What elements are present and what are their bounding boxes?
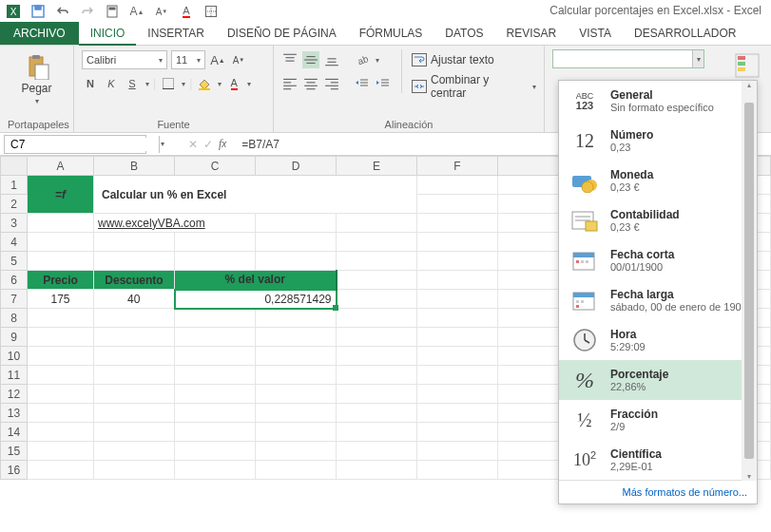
tab-file[interactable]: ARCHIVO [0,22,79,45]
tab-revisar[interactable]: REVISAR [495,22,569,45]
row-header[interactable]: 4 [1,233,28,252]
format-option-fechal[interactable]: Fecha largasábado, 00 de enero de 1900 [559,280,757,320]
format-option-porcentaje[interactable]: %Porcentaje22,86% [559,360,757,400]
row-header[interactable]: 2 [1,195,28,214]
merge-center-button[interactable]: Combinar y centrar ▾ [412,76,536,97]
format-option-contab[interactable]: Contabilidad0,23 € [559,200,757,240]
logo-cell[interactable]: =f [28,176,94,214]
cell[interactable] [28,214,94,233]
tab-insertar[interactable]: INSERTAR [136,22,216,45]
format-option-moneda[interactable]: Moneda0,23 € [559,161,757,200]
tab-desarrollador[interactable]: DESARROLLADOR [623,22,747,45]
table-header[interactable]: Descuento [94,271,175,290]
fx-icon[interactable]: fx [219,137,226,151]
calc-icon[interactable] [105,4,120,19]
tab-vista[interactable]: VISTA [568,22,623,45]
tab-datos[interactable]: DATOS [434,22,494,45]
format-option-hora[interactable]: Hora5:29:09 [559,320,757,360]
svg-rect-60 [586,260,588,263]
format-option-general[interactable]: ABC123GeneralSin formato específico [559,81,757,121]
table-header[interactable]: Precio [28,271,94,290]
align-right-icon[interactable] [323,75,340,92]
number-format-dropdown-button[interactable]: ▾ [692,50,704,67]
align-center-icon[interactable] [302,75,319,92]
wrap-text-button[interactable]: Ajustar texto [412,49,536,70]
col-header[interactable]: B [94,157,175,176]
row-header[interactable]: 1 [1,176,28,195]
paste-button[interactable]: Pegar ▾ [15,49,57,109]
increase-indent-icon[interactable] [375,75,392,92]
number-format-combo[interactable]: ▾ [552,49,704,68]
tab-diseno[interactable]: DISEÑO DE PÁGINA [216,22,348,45]
save-icon[interactable] [30,4,46,19]
format-option-cientifica[interactable]: 102Científica2,29E-01 [559,440,757,480]
cell[interactable] [417,195,498,214]
font-color-button[interactable]: A [225,75,242,92]
tab-formulas[interactable]: FÓRMULAS [348,22,434,45]
row-header[interactable]: 9 [1,328,28,347]
svg-rect-65 [576,305,579,308]
cell-a7[interactable]: 175 [28,290,94,309]
col-header[interactable]: C [175,157,256,176]
row-header[interactable]: 5 [1,252,28,271]
format-option-numero[interactable]: 12Número0,23 [559,121,757,161]
col-header[interactable]: A [28,157,94,176]
row-header[interactable]: 12 [1,385,28,404]
align-top-icon[interactable] [281,51,299,68]
row-header[interactable]: 16 [1,461,28,480]
font-inc-icon[interactable]: A▲ [129,4,145,19]
decrease-font-icon[interactable]: A▼ [230,51,247,68]
row-header[interactable]: 13 [1,404,28,423]
row-header[interactable]: 6 [1,271,28,290]
align-middle-icon[interactable] [302,51,319,68]
cell[interactable] [417,176,498,195]
underline-button[interactable]: S [124,75,141,92]
borders-icon[interactable] [203,4,219,19]
cell-b7[interactable]: 40 [94,290,175,309]
table-header[interactable]: % del valor [175,271,337,290]
link-cell[interactable]: www.excelyVBA.com [94,214,256,233]
format-option-fraccion[interactable]: ½Fracción 2/9 [559,400,757,440]
row-header[interactable]: 10 [1,347,28,366]
row-header[interactable]: 8 [1,309,28,328]
italic-button[interactable]: K [103,75,120,92]
row-header[interactable]: 7 [1,290,28,309]
sheet-title[interactable]: Calcular un % en Excel [94,176,417,214]
number-format-input[interactable] [553,53,692,65]
cond-format-icon[interactable] [735,53,760,78]
excel-icon: X [6,4,21,19]
fill-color-button[interactable] [196,75,213,92]
font-size-combo[interactable]: 11▾ [171,50,205,69]
select-all-corner[interactable] [1,157,28,176]
undo-icon[interactable] [55,4,70,19]
accept-formula-icon[interactable]: ✓ [203,138,213,151]
name-box-input[interactable] [5,138,159,151]
align-left-icon[interactable] [281,75,299,92]
row-header[interactable]: 15 [1,442,28,461]
col-header[interactable]: E [337,157,417,176]
cancel-formula-icon[interactable]: ✕ [188,138,198,151]
more-formats-link[interactable]: Más formatos de número... [559,480,757,504]
dropdown-scrollbar[interactable]: ▴▾ [742,81,757,481]
row-header[interactable]: 11 [1,366,28,385]
cell-c7-selected[interactable]: 0,228571429 [175,290,337,309]
format-option-fechac[interactable]: Fecha corta00/01/1900 [559,240,757,280]
row-header[interactable]: 3 [1,214,28,233]
row-header[interactable]: 14 [1,423,28,442]
borders-button[interactable] [160,75,177,92]
name-box-dropdown[interactable]: ▾ [159,136,164,153]
redo-icon[interactable] [80,4,95,19]
font-dec-icon[interactable]: A▼ [154,4,169,19]
orientation-icon[interactable]: ab [354,51,371,68]
col-header[interactable]: D [256,157,337,176]
col-header[interactable]: F [417,157,498,176]
decrease-indent-icon[interactable] [354,75,371,92]
name-box[interactable]: ▾ [4,135,146,154]
font-name-combo[interactable]: Calibri▾ [82,50,167,69]
increase-font-icon[interactable]: A▲ [209,51,226,68]
align-bottom-icon[interactable] [323,51,340,68]
tab-inicio[interactable]: INICIO [79,23,137,46]
bold-button[interactable]: N [82,75,99,92]
font-color-icon[interactable]: A [179,4,194,19]
fill-handle[interactable] [333,305,338,311]
